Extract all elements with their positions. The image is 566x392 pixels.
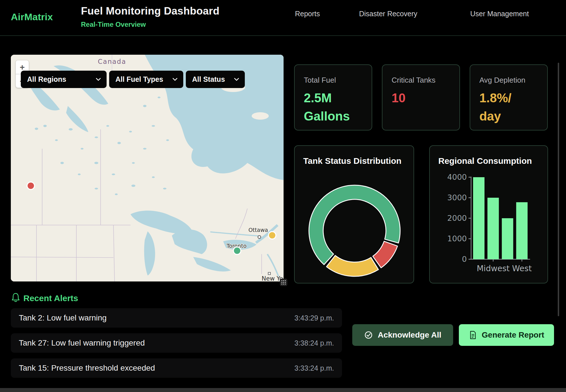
stat-value-avg-depletion: 1.8%/day xyxy=(479,89,512,125)
nav-user-management[interactable]: User Management xyxy=(470,10,529,18)
dashboard-root: AirMatrix Fuel Monitoring Dashboard Real… xyxy=(0,0,566,392)
stat-card-total-fuel: Total Fuel 2.5MGallons xyxy=(294,64,372,130)
fuel-type-filter-value: All Fuel Types xyxy=(115,75,163,83)
page-subtitle: Real-Time Overview xyxy=(81,21,146,28)
stat-card-avg-depletion: Avg Depletion 1.8%/day xyxy=(470,64,548,130)
consumption-bar xyxy=(516,202,528,259)
alert-message: Tank 2: Low fuel warning xyxy=(19,313,107,322)
generate-report-button[interactable]: Generate Report xyxy=(459,324,554,346)
check-circle-icon xyxy=(364,330,373,340)
consumption-bar xyxy=(473,177,484,259)
chevron-down-icon xyxy=(96,78,101,81)
acknowledge-all-label: Acknowledge All xyxy=(378,330,441,340)
map-filters: All Regions All Fuel Types All Status xyxy=(21,71,245,88)
alerts-section-title: Recent Alerts xyxy=(23,293,78,303)
tank-marker-critical[interactable] xyxy=(27,182,34,189)
stat-value-total-fuel: 2.5MGallons xyxy=(304,89,350,125)
regional-consumption-panel: Regional Consumption 01000200030004000Mi… xyxy=(429,145,548,283)
tank-marker-normal[interactable] xyxy=(233,247,241,254)
consumption-bar xyxy=(502,218,513,259)
newyork-town-dot xyxy=(268,272,270,275)
map-canvas: Canada Ottawa Toronto New York xyxy=(11,55,284,281)
fuel-type-filter-dropdown[interactable]: All Fuel Types xyxy=(109,71,183,88)
page-title: Fuel Monitoring Dashboard xyxy=(81,5,219,17)
nav-reports[interactable]: Reports xyxy=(295,10,320,18)
header: AirMatrix Fuel Monitoring Dashboard Real… xyxy=(0,0,566,36)
vertical-scrollbar[interactable] xyxy=(558,63,559,316)
stat-label: Total Fuel xyxy=(304,76,336,85)
alert-row[interactable]: Tank 2: Low fuel warning 3:43:29 p.m. xyxy=(11,308,342,328)
stat-value-critical-tanks: 10 xyxy=(392,89,406,107)
y-tick-label: 0 xyxy=(462,255,467,264)
map-panel[interactable]: Canada Ottawa Toronto New York xyxy=(11,55,284,281)
alert-row[interactable]: Tank 27: Low fuel warning triggered 3:38… xyxy=(11,333,342,353)
acknowledge-all-button[interactable]: Acknowledge All xyxy=(352,324,453,346)
donut-segment-yellow xyxy=(326,256,378,276)
chevron-down-icon xyxy=(234,78,239,81)
chevron-down-icon xyxy=(172,78,178,81)
region-filter-value: All Regions xyxy=(27,75,66,83)
alert-row[interactable]: Tank 15: Pressure threshold exceeded 3:3… xyxy=(11,358,342,378)
map-label-ottawa: Ottawa xyxy=(249,227,268,233)
x-tick-label: West xyxy=(512,264,532,273)
ottawa-town-dot xyxy=(258,236,261,238)
tank-marker-warning[interactable] xyxy=(268,232,276,239)
regional-consumption-bar-chart: 01000200030004000MidwestWest xyxy=(430,146,549,283)
horizontal-scrollbar[interactable] xyxy=(0,388,566,392)
status-filter-dropdown[interactable]: All Status xyxy=(186,71,245,88)
x-tick-label: Midwest xyxy=(477,264,510,273)
alert-message: Tank 15: Pressure threshold exceeded xyxy=(19,364,155,373)
generate-report-label: Generate Report xyxy=(482,330,544,340)
tank-status-panel: Tank Status Distribution xyxy=(294,145,414,283)
nav-disaster-recovery[interactable]: Disaster Recovery xyxy=(359,10,417,18)
report-document-icon xyxy=(469,330,477,340)
status-filter-value: All Status xyxy=(192,75,225,83)
alert-message: Tank 27: Low fuel warning triggered xyxy=(19,338,145,348)
grip-dots-icon xyxy=(281,280,286,285)
tank-status-donut-chart xyxy=(295,163,415,284)
alert-time: 3:33:24 p.m. xyxy=(294,364,334,372)
y-tick-label: 1000 xyxy=(447,234,467,243)
alert-time: 3:38:24 p.m. xyxy=(294,339,334,347)
region-filter-dropdown[interactable]: All Regions xyxy=(21,71,107,88)
stat-label: Avg Depletion xyxy=(479,76,525,85)
map-label-canada: Canada xyxy=(98,58,126,65)
y-tick-label: 4000 xyxy=(447,173,467,181)
consumption-bar xyxy=(487,198,499,259)
app-logo: AirMatrix xyxy=(11,11,53,23)
y-tick-label: 2000 xyxy=(447,214,467,222)
alert-time: 3:43:29 p.m. xyxy=(294,314,334,322)
y-tick-label: 3000 xyxy=(447,193,467,202)
stat-label: Critical Tanks xyxy=(392,76,435,85)
stat-card-critical-tanks: Critical Tanks 10 xyxy=(382,64,460,130)
map-drag-handle[interactable] xyxy=(280,279,287,286)
donut-segment-red xyxy=(373,241,398,268)
bell-icon xyxy=(11,292,21,303)
